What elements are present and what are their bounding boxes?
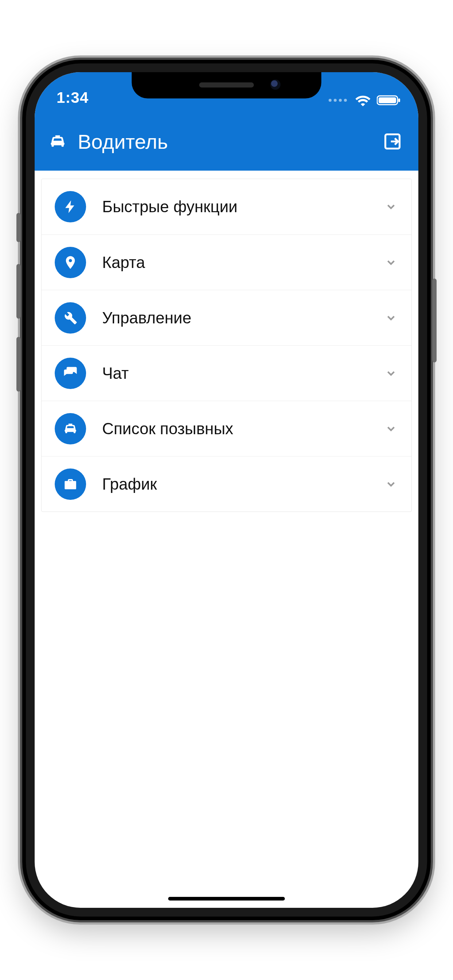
battery-icon (377, 95, 401, 106)
chevron-down-icon (384, 477, 398, 492)
svg-rect-2 (398, 99, 400, 102)
menu-list: Быстрые функции Карта (41, 179, 412, 512)
menu-item-label: Карта (102, 253, 368, 272)
menu-item-label: Управление (102, 309, 368, 327)
chevron-down-icon (384, 199, 398, 214)
menu-item-label: Чат (102, 364, 368, 382)
screen: 1:34 (35, 72, 418, 908)
wifi-icon (355, 94, 371, 107)
svg-rect-1 (379, 97, 396, 103)
briefcase-icon (55, 468, 86, 500)
app-title: Водитель (78, 130, 168, 153)
bolt-icon (55, 191, 86, 223)
menu-item-chat[interactable]: Чат (41, 345, 412, 401)
logout-icon[interactable] (383, 132, 402, 151)
wrench-icon (55, 302, 86, 334)
menu-item-management[interactable]: Управление (41, 290, 412, 345)
chevron-down-icon (384, 422, 398, 436)
pin-icon (55, 247, 86, 278)
menu-item-schedule[interactable]: График (41, 456, 412, 512)
menu-item-map[interactable]: Карта (41, 234, 412, 290)
taxi-icon (55, 413, 86, 444)
menu-item-callsigns[interactable]: Список позывных (41, 401, 412, 456)
menu-item-label: Быстрые функции (102, 197, 368, 216)
notch (132, 72, 321, 99)
chat-icon (55, 358, 86, 389)
menu-item-label: График (102, 475, 368, 493)
menu-item-label: Список позывных (102, 420, 368, 438)
app-header: Водитель (35, 112, 418, 170)
chevron-down-icon (384, 366, 398, 380)
signal-dots-icon (329, 99, 347, 102)
taxi-icon (48, 132, 67, 151)
chevron-down-icon (384, 255, 398, 270)
phone-frame: 1:34 (22, 60, 431, 920)
menu-item-quick-functions[interactable]: Быстрые функции (41, 179, 412, 234)
chevron-down-icon (384, 310, 398, 325)
home-indicator[interactable] (168, 897, 285, 900)
status-time: 1:34 (57, 89, 89, 107)
